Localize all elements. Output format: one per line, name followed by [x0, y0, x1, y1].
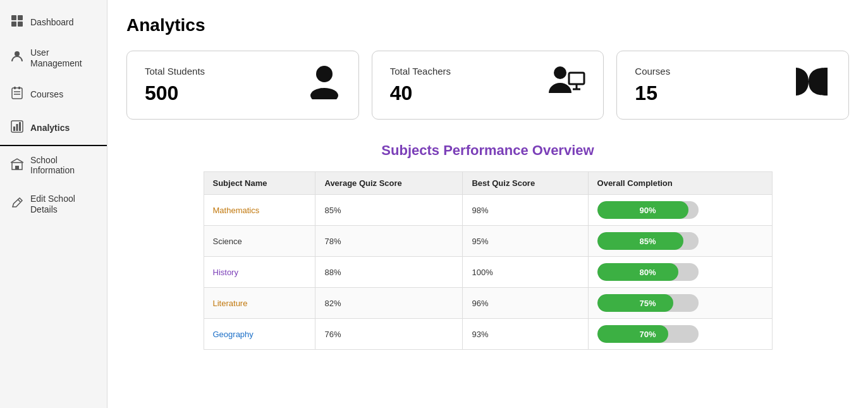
stat-card-content: Total Teachers 40: [390, 66, 451, 105]
svg-point-19: [554, 66, 566, 79]
svg-rect-7: [18, 87, 20, 89]
avg-score-cell: 82%: [315, 288, 463, 319]
table-body: Mathematics85%98%90%Science78%95%85%Hist…: [204, 195, 772, 350]
section-title: Subjects Performance Overview: [126, 142, 849, 159]
svg-line-16: [18, 199, 20, 202]
main-content: Analytics Total Students 500 Total Teach…: [107, 0, 868, 408]
progress-bar-bg: 80%: [597, 263, 699, 281]
table-header: Subject NameAverage Quiz ScoreBest Quiz …: [204, 172, 772, 195]
table-header-cell: Overall Completion: [588, 172, 772, 195]
courses-icon: [10, 87, 24, 102]
subject-link[interactable]: Geography: [213, 330, 254, 339]
best-score-cell: 100%: [463, 257, 588, 288]
stat-card-label: Courses: [635, 66, 670, 77]
svg-rect-20: [569, 73, 584, 84]
sidebar-item-dashboard[interactable]: Dashboard: [0, 6, 107, 39]
school-icon: [10, 158, 24, 173]
subject-link[interactable]: Mathematics: [213, 206, 260, 215]
sidebar-item-label: School Information: [30, 155, 97, 176]
performance-table: Subject NameAverage Quiz ScoreBest Quiz …: [204, 171, 773, 350]
stat-card-value: 500: [145, 82, 205, 105]
analytics-icon: [10, 120, 24, 136]
table-row: Geography76%93%70%: [204, 319, 772, 350]
stat-card-courses: Courses 15: [616, 51, 849, 120]
stat-card-content: Courses 15: [635, 66, 670, 105]
sidebar-item-edit-school-details[interactable]: Edit School Details: [0, 185, 107, 224]
table-header-cell: Subject Name: [204, 172, 315, 195]
stat-card-value: 40: [390, 82, 451, 105]
book-icon: [793, 65, 831, 98]
sidebar-item-label: Analytics: [30, 123, 70, 133]
progress-bar-fill: [597, 263, 678, 281]
svg-rect-5: [12, 88, 22, 99]
stat-card-icon: [308, 64, 341, 106]
avg-score-cell: 76%: [315, 319, 463, 350]
subject-name-cell: Geography: [204, 319, 315, 350]
progress-label: 70%: [640, 330, 656, 339]
subject-link[interactable]: Science: [213, 237, 242, 246]
teacher-icon: [547, 64, 585, 99]
sidebar-item-courses[interactable]: Courses: [0, 78, 107, 111]
avg-score-cell: 78%: [315, 226, 463, 257]
subject-link[interactable]: Literature: [213, 299, 248, 308]
progress-label: 80%: [640, 268, 656, 277]
subject-name-cell: Science: [204, 226, 315, 257]
svg-rect-0: [11, 15, 16, 20]
sidebar-item-label: Edit School Details: [30, 194, 97, 215]
stat-cards: Total Students 500 Total Teachers 40 Cou…: [126, 51, 849, 120]
svg-rect-11: [13, 127, 15, 131]
sidebar-item-school-information[interactable]: School Information: [0, 146, 107, 185]
subject-name-cell: Mathematics: [204, 195, 315, 226]
best-score-cell: 98%: [463, 195, 588, 226]
completion-cell: 90%: [588, 195, 772, 226]
student-icon: [308, 64, 341, 99]
stat-card-label: Total Students: [145, 66, 205, 77]
svg-rect-13: [19, 122, 21, 131]
completion-cell: 85%: [588, 226, 772, 257]
svg-rect-3: [18, 22, 23, 27]
page-title: Analytics: [126, 15, 849, 35]
subject-link[interactable]: History: [213, 268, 238, 277]
svg-point-18: [310, 88, 338, 99]
progress-bar-fill: [597, 325, 668, 343]
dashboard-icon: [10, 15, 24, 30]
progress-bar-fill: [597, 294, 673, 312]
progress-label: 90%: [640, 206, 656, 215]
table-row: Science78%95%85%: [204, 226, 772, 257]
avg-score-cell: 88%: [315, 257, 463, 288]
stat-card-total-students: Total Students 500: [126, 51, 359, 120]
svg-point-17: [316, 66, 333, 82]
best-score-cell: 96%: [463, 288, 588, 319]
stat-card-total-teachers: Total Teachers 40: [372, 51, 604, 120]
stat-card-label: Total Teachers: [390, 66, 451, 77]
sidebar-item-user-management[interactable]: User Management: [0, 39, 107, 78]
sidebar-item-label: Dashboard: [30, 17, 74, 28]
stat-card-value: 15: [635, 82, 670, 105]
avg-score-cell: 85%: [315, 195, 463, 226]
svg-rect-6: [14, 87, 16, 89]
svg-rect-2: [11, 22, 16, 27]
table-header-cell: Average Quiz Score: [315, 172, 463, 195]
subject-name-cell: Literature: [204, 288, 315, 319]
stat-card-icon: [547, 64, 585, 106]
svg-rect-12: [16, 124, 18, 131]
best-score-cell: 93%: [463, 319, 588, 350]
sidebar-item-label: Courses: [30, 89, 63, 100]
svg-rect-1: [18, 15, 23, 20]
completion-cell: 75%: [588, 288, 772, 319]
table-row: History88%100%80%: [204, 257, 772, 288]
stat-card-content: Total Students 500: [145, 66, 205, 105]
progress-bar-bg: 75%: [597, 294, 699, 312]
table-row: Literature82%96%75%: [204, 288, 772, 319]
subject-name-cell: History: [204, 257, 315, 288]
edit-icon: [10, 196, 24, 212]
completion-cell: 70%: [588, 319, 772, 350]
sidebar-item-analytics[interactable]: Analytics: [0, 111, 107, 146]
svg-rect-15: [15, 166, 19, 170]
completion-cell: 80%: [588, 257, 772, 288]
progress-bar-bg: 85%: [597, 232, 699, 250]
user-icon: [10, 50, 24, 66]
progress-bar-bg: 90%: [597, 201, 699, 219]
svg-point-4: [15, 51, 20, 56]
best-score-cell: 95%: [463, 226, 588, 257]
